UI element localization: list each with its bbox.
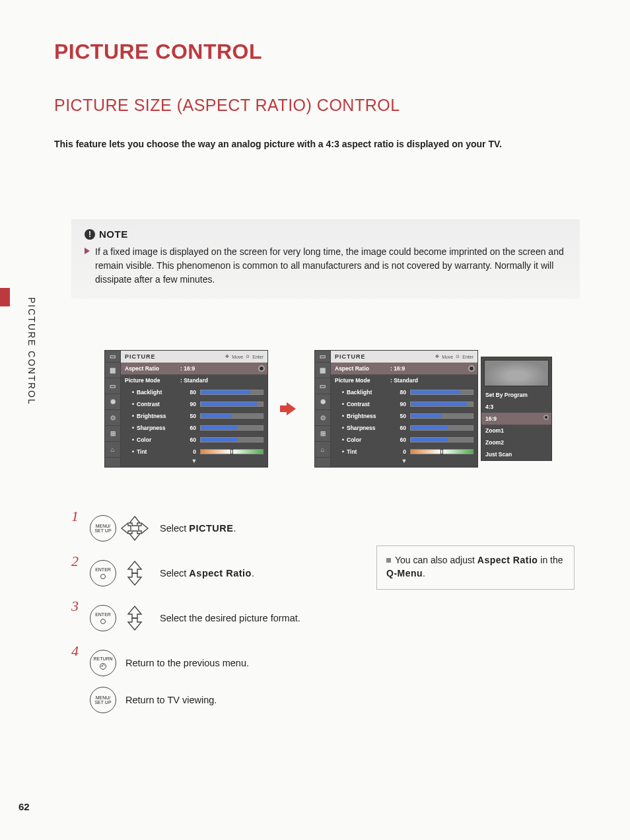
setting-value: 80 [180, 389, 197, 396]
tint-label: Tint [344, 448, 390, 455]
osd-setting-row[interactable]: •Color60 [121, 434, 267, 446]
setting-value: 60 [390, 425, 407, 431]
osd-setting-row[interactable]: •Sharpness60 [331, 422, 477, 434]
setting-label: Contrast [344, 401, 390, 407]
setting-label: Sharpness [344, 425, 390, 431]
slider-bar [200, 413, 263, 419]
slider-bar [200, 390, 263, 395]
aspect-option[interactable]: 16:9 [481, 413, 551, 425]
enter-button[interactable]: ENTER [90, 605, 116, 631]
enter-button[interactable]: ENTER [90, 560, 116, 586]
setting-value: 60 [390, 437, 407, 443]
osd-setting-row[interactable]: •Brightness50 [121, 410, 267, 422]
setting-value: 90 [390, 401, 407, 407]
return-icon: ↶ [100, 663, 106, 670]
osd-aspect-ratio-row[interactable]: Aspect Ratio : 16:9 [121, 363, 267, 374]
mode-label: Picture Mode [335, 377, 390, 384]
aspect-label: Aspect Ratio [125, 365, 180, 372]
dpad-updown-icon[interactable] [119, 560, 151, 586]
aspect-option[interactable]: Zoom1 [481, 425, 551, 437]
aspect-option[interactable]: Just Scan [481, 448, 551, 460]
page-number: 62 [18, 801, 30, 812]
setting-value: 80 [390, 389, 407, 396]
step-text: Select PICTURE. [160, 523, 236, 534]
preview-thumbnail [484, 360, 549, 386]
dpad-4way-icon[interactable] [119, 515, 151, 542]
mode-value: : Standard [180, 377, 208, 384]
setting-label: Brightness [344, 413, 390, 419]
move-label: Move [442, 355, 453, 359]
osd-setting-row[interactable]: •Backlight80 [121, 386, 267, 398]
osd-setting-row[interactable]: •Sharpness60 [121, 422, 267, 434]
picture-icon: ▦ [315, 363, 330, 378]
enter-label: Enter [252, 355, 263, 359]
osd-picture-mode-row[interactable]: Picture Mode : Standard [331, 374, 477, 386]
step-number: 1 [71, 508, 81, 525]
audio-icon: ▭ [315, 378, 330, 394]
mode-label: Picture Mode [125, 377, 180, 384]
osd-setting-row[interactable]: •Contrast90 [121, 398, 267, 410]
osd-tint-row[interactable]: • Tint 0 [331, 446, 477, 458]
aspect-option[interactable]: Zoom2 [481, 437, 551, 448]
aspect-ratio-popup: Set By Program4:316:9Zoom1Zoom2Just Scan [481, 357, 552, 461]
input-icon: ⌂ [105, 442, 120, 458]
enter-label: Enter [462, 355, 473, 359]
setting-label: Color [344, 437, 390, 443]
lock-icon: ⊞ [105, 426, 120, 442]
aspect-option[interactable]: 4:3 [481, 401, 551, 413]
input-icon: ⌂ [315, 442, 330, 458]
selected-dot-icon [543, 415, 549, 420]
setting-label: Brightness [134, 413, 180, 419]
section-title: PICTURE SIZE (ASPECT RATIO) CONTROL [54, 96, 400, 115]
osd-sidebar-icons: ▭ ▦ ▭ ✺ ⊙ ⊞ ⌂ [315, 351, 331, 467]
menu-setup-button[interactable]: MENU/ SET UP [90, 515, 116, 542]
more-below-icon: ▼ [121, 458, 267, 464]
osd-row: ▭ ▦ ▭ ✺ ⊙ ⊞ ⌂ PICTURE ✥Move ⊙Enter Aspec… [104, 350, 552, 468]
osd-header-title: PICTURE [335, 353, 366, 360]
osd-setting-row[interactable]: •Brightness50 [331, 410, 477, 422]
osd-aspect-ratio-row[interactable]: Aspect Ratio : 16:9 [331, 363, 477, 374]
osd-tint-row[interactable]: • Tint 0 [121, 446, 267, 458]
page-title: PICTURE CONTROL [54, 40, 262, 64]
osd-setting-row[interactable]: •Contrast90 [331, 398, 477, 410]
slider-bar [410, 390, 473, 395]
osd-setting-row[interactable]: •Backlight80 [331, 386, 477, 398]
step-text: Return to TV viewing. [125, 695, 217, 705]
move-label: Move [232, 355, 243, 359]
selected-dot-icon [468, 365, 475, 372]
tint-label: Tint [134, 448, 180, 455]
osd-header: PICTURE ✥Move ⊙Enter [121, 351, 267, 363]
dpad-updown-icon[interactable] [119, 605, 151, 631]
tint-value: 0 [390, 448, 407, 455]
slider-bar [410, 402, 473, 407]
slider-bar [200, 437, 263, 442]
setting-label: Sharpness [134, 425, 180, 431]
option-icon: ⊙ [105, 410, 120, 426]
more-below-icon: ▼ [331, 458, 477, 464]
selected-dot-icon [258, 365, 265, 372]
setting-value: 50 [180, 413, 197, 419]
step-number: 3 [71, 598, 81, 615]
return-button[interactable]: RETURN ↶ [90, 650, 116, 676]
aspect-option[interactable]: Set By Program [481, 389, 551, 401]
step-3: 3 ENTER Select the desired picture forma… [71, 605, 586, 631]
tip-box: You can also adjust Aspect Ratio in the … [376, 545, 575, 590]
osd-sidebar-icons: ▭ ▦ ▭ ✺ ⊙ ⊞ ⌂ [105, 351, 121, 467]
setting-label: Contrast [134, 401, 180, 407]
setting-value: 60 [180, 425, 197, 431]
triangle-bullet-icon [85, 248, 90, 254]
osd-panel-left: ▭ ▦ ▭ ✺ ⊙ ⊞ ⌂ PICTURE ✥Move ⊙Enter Aspec… [104, 350, 268, 468]
intro-text: This feature lets you choose the way an … [54, 139, 502, 149]
osd-header: PICTURE ✥Move ⊙Enter [331, 351, 477, 363]
menu-setup-button[interactable]: MENU/ SET UP [90, 687, 116, 713]
osd-picture-mode-row[interactable]: Picture Mode : Standard [121, 374, 267, 386]
setting-value: 60 [180, 437, 197, 443]
osd-header-title: PICTURE [125, 353, 156, 360]
arrow-right-icon [287, 402, 296, 415]
option-icon: ⊙ [315, 410, 330, 426]
slider-bar [410, 425, 473, 431]
aspect-label: Aspect Ratio [335, 365, 390, 372]
step-4a: 4 RETURN ↶ Return to the previous menu. [71, 650, 586, 676]
step-number: 2 [71, 553, 81, 570]
osd-setting-row[interactable]: •Color60 [331, 434, 477, 446]
